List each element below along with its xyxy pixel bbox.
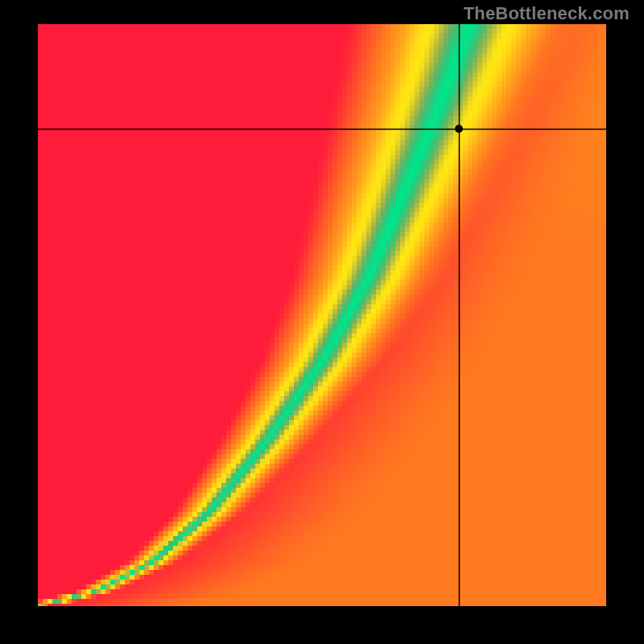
watermark-text: TheBottleneck.com	[464, 3, 630, 24]
heatmap-plot	[38, 24, 606, 606]
chart-frame: TheBottleneck.com	[0, 0, 644, 644]
heatmap-canvas	[38, 24, 606, 606]
